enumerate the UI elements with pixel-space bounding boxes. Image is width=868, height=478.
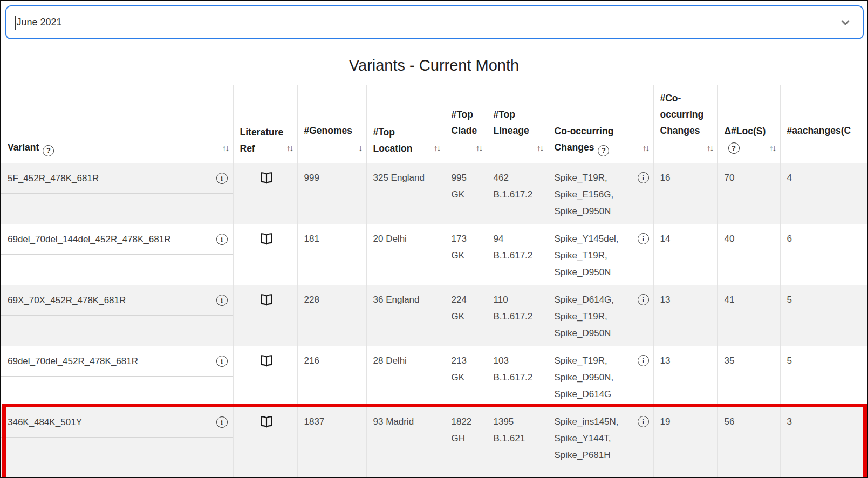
cell-line: 224: [452, 291, 482, 308]
table-row: 69del_70del_452R_478K_681Ri21628 Delhi21…: [1, 346, 867, 407]
month-select[interactable]: June 2021: [5, 5, 864, 39]
help-icon[interactable]: ?: [598, 145, 609, 156]
cell-line: GH: [452, 430, 482, 447]
cell-line: Spike_D950N: [555, 325, 614, 342]
table-row: 346K_484K_501Yi183793 Madrid1822GH1395B.…: [1, 407, 867, 478]
cell-line: 995: [452, 169, 482, 186]
variants-table-wrap: Variant?↑↓Literature Ref↑↓#Genomes↓#Top …: [1, 85, 867, 478]
cell-line: B.1.617.2: [494, 369, 543, 386]
sort-icon[interactable]: ↑↓: [537, 144, 543, 153]
aachanges-cell: 5: [780, 346, 867, 407]
column-label: #Top Location: [373, 127, 413, 154]
sort-icon[interactable]: ↑↓: [643, 140, 649, 156]
variant-box[interactable]: 346K_484K_501Yi: [1, 407, 233, 438]
column-header-literature-ref[interactable]: Literature Ref↑↓: [233, 85, 297, 163]
top-clade-cell: 224GK: [445, 285, 487, 346]
genomes-cell: 181: [297, 224, 366, 285]
cell-line: B.1.621: [494, 430, 543, 447]
variant-box[interactable]: 69X_70X_452R_478K_681Ri: [1, 285, 233, 316]
literature-ref-book-icon[interactable]: [258, 170, 275, 186]
co-occurring-list: Spike_Y145del,Spike_T19R,Spike_D950N: [555, 230, 619, 281]
top-location-cell: 36 England: [366, 285, 445, 346]
sort-icon[interactable]: ↑↓: [476, 144, 482, 153]
info-icon[interactable]: i: [216, 416, 228, 428]
sort-icon[interactable]: ↑↓: [222, 140, 229, 156]
co-occurring-list: Spike_T19R,Spike_D950N,Spike_D614G: [555, 352, 614, 402]
cell-line: 1395: [494, 413, 543, 430]
column-header-top-clade[interactable]: #Top Clade↑↓: [445, 85, 487, 163]
column-header-variant[interactable]: Variant?↑↓: [1, 85, 233, 163]
column-header-aachanges-c[interactable]: #aachanges(C↑↓: [780, 85, 867, 163]
cell-line: Spike_E156G,: [555, 186, 614, 203]
page-title: Variants - Current Month: [1, 57, 867, 74]
month-select-value[interactable]: June 2021: [6, 16, 828, 30]
top-clade-cell: 173GK: [445, 224, 487, 285]
cell-line: Spike_P681H: [555, 447, 619, 463]
top-lineage-cell: 94B.1.617.2: [487, 224, 548, 285]
literature-ref-book-icon[interactable]: [258, 353, 275, 369]
column-header-co-occurring-changes[interactable]: #Co-occurring Changes↑↓: [653, 85, 717, 163]
cell-line: Spike_ins145N,: [555, 413, 619, 430]
table-row: 69X_70X_452R_478K_681Ri22836 England224G…: [1, 285, 867, 346]
info-icon[interactable]: i: [638, 233, 649, 244]
sort-icon[interactable]: ↑↓: [286, 140, 293, 156]
sort-icon[interactable]: ↑↓: [769, 140, 776, 156]
aachanges-cell: 3: [780, 407, 867, 478]
literature-ref-book-icon[interactable]: [258, 292, 275, 308]
info-icon[interactable]: i: [216, 295, 228, 306]
literature-ref-book-icon[interactable]: [258, 414, 275, 430]
variant-name: 69X_70X_452R_478K_681R: [8, 292, 126, 309]
cell-line: 173: [452, 230, 482, 247]
co-occurring-changes-cell: Spike_ins145N,Spike_Y144T,Spike_P681Hi: [548, 407, 653, 478]
cell-line: B.1.617.2: [494, 308, 543, 325]
sort-icon[interactable]: ↑↓: [707, 144, 713, 153]
info-icon[interactable]: i: [216, 356, 228, 367]
variant-cell: 5F_452R_478K_681Ri: [1, 163, 233, 224]
column-label: #Co-occurring Changes: [660, 93, 704, 136]
literature-ref-cell: [233, 346, 297, 407]
help-icon[interactable]: ?: [43, 145, 54, 156]
column-header-genomes[interactable]: #Genomes↓: [297, 85, 366, 163]
column-header-top-lineage[interactable]: #Top Lineage↑↓: [487, 85, 548, 163]
delta-loc-cell: 70: [717, 163, 780, 224]
info-icon[interactable]: i: [216, 234, 228, 245]
literature-ref-cell: [233, 285, 297, 346]
top-lineage-cell: 1395B.1.621: [487, 407, 548, 478]
cell-line: 103: [494, 352, 543, 369]
sort-icon[interactable]: ↓: [359, 144, 362, 153]
text-cursor: [15, 16, 16, 30]
variant-name: 69del_70del_452R_478K_681R: [8, 353, 138, 370]
column-header-co-occurring-changes[interactable]: Co-occurring Changes?↑↓: [548, 85, 653, 163]
variant-box[interactable]: 5F_452R_478K_681Ri: [1, 163, 233, 194]
cell-line: Spike_Y144T,: [555, 430, 619, 447]
info-icon[interactable]: i: [638, 355, 649, 366]
variant-box[interactable]: 69del_70del_144del_452R_478K_681Ri: [1, 224, 233, 255]
chevron-down-icon[interactable]: [828, 16, 863, 29]
column-label: #Genomes: [304, 125, 352, 136]
cell-line: 462: [494, 169, 543, 186]
literature-ref-book-icon[interactable]: [258, 231, 275, 247]
variant-cell: 69del_70del_144del_452R_478K_681Ri: [1, 224, 233, 285]
sort-icon[interactable]: ↑↓: [434, 140, 440, 156]
info-icon[interactable]: i: [638, 416, 649, 427]
info-icon[interactable]: i: [638, 294, 649, 305]
co-occurring-count-cell: 13: [653, 285, 717, 346]
cell-line: 213: [452, 352, 482, 369]
column-label: Literature Ref: [240, 127, 284, 154]
delta-loc-cell: 41: [717, 285, 780, 346]
top-lineage-cell: 110B.1.617.2: [487, 285, 548, 346]
co-occurring-count-cell: 16: [653, 163, 717, 224]
variant-box[interactable]: 69del_70del_452R_478K_681Ri: [1, 346, 233, 377]
cell-line: GK: [452, 308, 482, 325]
column-header-loc-s[interactable]: Δ#Loc(S)?↑↓: [717, 85, 780, 163]
info-icon[interactable]: i: [638, 172, 649, 183]
column-header-top-location[interactable]: #Top Location↑↓: [366, 85, 445, 163]
help-icon[interactable]: ?: [728, 142, 740, 154]
variant-name: 346K_484K_501Y: [8, 414, 82, 431]
variants-table: Variant?↑↓Literature Ref↑↓#Genomes↓#Top …: [1, 85, 867, 478]
cell-line: 94: [494, 230, 543, 247]
co-occurring-changes-cell: Spike_T19R,Spike_E156G,Spike_D950Ni: [548, 163, 653, 224]
genomes-cell: 999: [297, 163, 366, 224]
co-occurring-list: Spike_D614G,Spike_T19R,Spike_D950N: [555, 291, 614, 342]
info-icon[interactable]: i: [216, 173, 228, 184]
